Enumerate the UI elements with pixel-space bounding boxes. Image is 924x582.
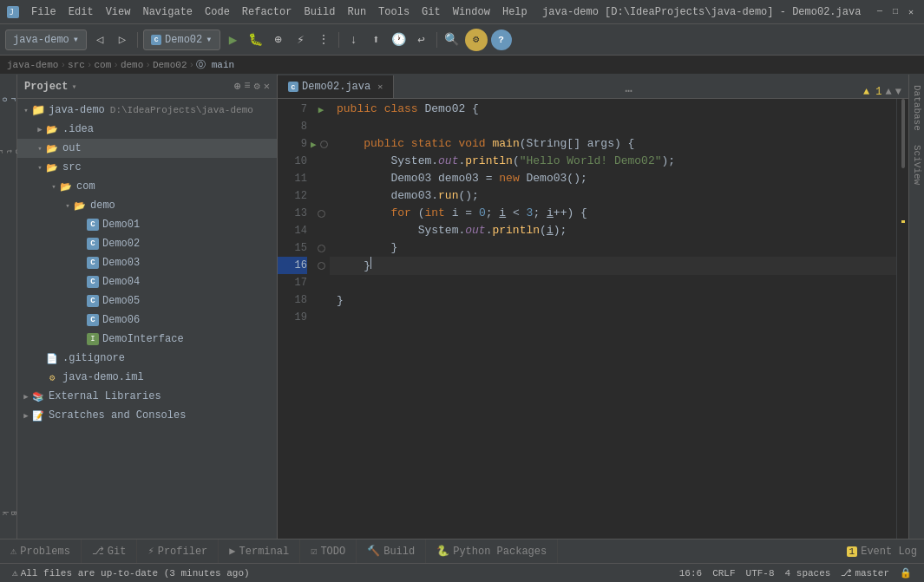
tab-overflow-button[interactable]: ⋯ (618, 83, 639, 98)
search-button[interactable]: 🔍 (442, 30, 462, 49)
editor-scrollbar[interactable] (896, 99, 908, 539)
profile-button[interactable]: ⚡ (292, 30, 311, 49)
menu-refactor[interactable]: Refactor (237, 4, 298, 20)
bottom-tab-terminal[interactable]: ▶ Terminal (219, 539, 300, 564)
panel-dropdown[interactable]: ▾ (71, 82, 76, 92)
status-vcs[interactable]: ⚠ All files are up-to-date (3 minutes ag… (7, 567, 255, 579)
menu-build[interactable]: Build (298, 4, 340, 20)
tree-item-scratches[interactable]: ▶ 📝 Scratches and Consoles (17, 406, 277, 425)
bottom-tab-git[interactable]: ⎇ Git (82, 539, 138, 564)
tree-item-demo05[interactable]: C Demo05 (17, 291, 277, 311)
tree-item-demo[interactable]: ▾ 📂 demo (17, 196, 277, 215)
status-encoding[interactable]: UTF-8 (741, 568, 780, 579)
menu-tools[interactable]: Tools (373, 4, 415, 20)
tree-item-out[interactable]: ▾ 📂 out (17, 139, 277, 158)
menu-run[interactable]: Run (342, 4, 371, 20)
minimize-button[interactable]: ─ (874, 6, 886, 18)
status-indent[interactable]: 4 spaces (780, 568, 836, 579)
event-log-button[interactable]: 1 Event Log (840, 546, 924, 558)
git-history-button[interactable]: 🕐 (390, 30, 409, 49)
tree-item-demo04[interactable]: C Demo04 (17, 272, 277, 291)
maximize-button[interactable]: □ (889, 6, 901, 18)
tree-item-external[interactable]: ▶ 📚 External Libraries (17, 387, 277, 406)
settings-button[interactable]: ⚙ (465, 29, 488, 51)
tree-item-gitignore[interactable]: 📄 .gitignore (17, 349, 277, 368)
panel-collapse-icon[interactable]: ≡ (244, 80, 250, 93)
status-git-branch[interactable]: ⎇ master (836, 567, 895, 579)
breadcrumb-method[interactable]: ⓪ main (196, 58, 234, 71)
breadcrumb-class[interactable]: Demo02 (153, 60, 187, 70)
project-selector[interactable]: java-demo ▾ (5, 29, 87, 50)
tree-item-java-demo[interactable]: ▾ 📁 java-demo D:\IdeaProjects\java-demo (17, 101, 277, 120)
panel-close-icon[interactable]: ✕ (264, 80, 270, 93)
tree-item-demo06[interactable]: C Demo06 (17, 311, 277, 330)
panel-settings-icon[interactable]: ⚙ (254, 80, 260, 93)
menu-file[interactable]: File (26, 4, 62, 20)
help-button[interactable]: ? (491, 29, 512, 50)
tree-item-demo03[interactable]: C Demo03 (17, 253, 277, 272)
run-with-coverage-button[interactable]: ⊕ (269, 30, 288, 49)
code-line-7: public class Demo02 { (330, 101, 896, 118)
expand-warnings-button[interactable]: ▲ (886, 86, 892, 98)
activity-structure[interactable]: Str (1, 130, 16, 173)
menu-navigate[interactable]: Navigate (137, 4, 198, 20)
bottom-tab-problems[interactable]: ⚠ Problems (0, 539, 82, 564)
run-config-selector[interactable]: C Demo02 ▾ (143, 29, 220, 50)
right-sidebar-sciview[interactable]: SciView (910, 138, 924, 192)
tree-item-src[interactable]: ▾ 📂 src (17, 158, 277, 177)
activity-project[interactable]: Proj (1, 78, 16, 121)
more-run-button[interactable]: ⋮ (314, 30, 333, 49)
menu-edit[interactable]: Edit (63, 4, 99, 20)
tree-label-src: src (62, 161, 82, 173)
tree-item-demo02[interactable]: C Demo02 (17, 234, 277, 253)
code-line-19 (330, 310, 896, 327)
status-line-ending[interactable]: CRLF (707, 568, 740, 579)
menu-bar[interactable]: File Edit View Navigate Code Refactor Bu… (26, 4, 533, 20)
bottom-tab-build[interactable]: 🔨 Build (357, 539, 426, 564)
menu-code[interactable]: Code (200, 4, 235, 20)
breadcrumb-com[interactable]: com (94, 60, 111, 70)
folder-icon-idea: 📂 (45, 122, 59, 136)
breadcrumb-demo[interactable]: demo (121, 60, 143, 70)
editor-tab-demo02[interactable]: C Demo02.java ✕ (278, 75, 394, 98)
tab-close-button[interactable]: ✕ (377, 82, 383, 92)
status-right: 16:6 CRLF UTF-8 4 spaces ⎇ master 🔒 (674, 567, 917, 579)
editor[interactable]: 7 8 9 10 11 12 13 14 15 16 17 18 19 ▶ (278, 99, 908, 539)
git-push-button[interactable]: ⬆ (367, 30, 386, 49)
gutter-7: ▶ (312, 101, 330, 118)
breadcrumb-project[interactable]: java-demo (7, 60, 58, 70)
panel-locate-icon[interactable]: ⊕ (234, 80, 240, 93)
tree-label-com: com (76, 180, 95, 193)
nav-forward-button[interactable]: ▷ (113, 30, 132, 49)
todo-icon: ☑ (311, 545, 317, 558)
bottom-tab-todo[interactable]: ☑ TODO (300, 539, 357, 564)
tree-item-com[interactable]: ▾ 📂 com (17, 177, 277, 196)
debug-button[interactable]: 🐛 (246, 30, 265, 49)
right-sidebar-database[interactable]: Database (910, 78, 924, 138)
status-lock[interactable]: 🔒 (895, 567, 917, 579)
status-position[interactable]: 16:6 (674, 568, 707, 579)
tree-item-demointerface[interactable]: I DemoInterface (17, 330, 277, 349)
git-update-button[interactable]: ↓ (344, 30, 364, 49)
scrollbar-thumb[interactable] (901, 99, 905, 168)
collapse-warnings-button[interactable]: ▼ (895, 86, 901, 98)
breadcrumb-src[interactable]: src (68, 60, 85, 70)
tree-item-idea[interactable]: ▶ 📂 .idea (17, 120, 277, 139)
activity-bookmarks[interactable]: Bk (1, 492, 16, 535)
menu-view[interactable]: View (101, 4, 136, 20)
tree-item-demo01[interactable]: C Demo01 (17, 215, 277, 234)
nav-back-button[interactable]: ◁ (90, 30, 109, 49)
close-button[interactable]: ✕ (905, 6, 917, 18)
code-content[interactable]: public class Demo02 { public static void… (330, 99, 896, 539)
window-controls[interactable]: ─ □ ✕ (874, 6, 917, 18)
undo-button[interactable]: ↩ (412, 30, 431, 49)
menu-git[interactable]: Git (416, 4, 446, 20)
bottom-tab-python[interactable]: 🐍 Python Packages (426, 539, 558, 564)
tree-item-iml[interactable]: ⚙ java-demo.iml (17, 368, 277, 387)
bottom-tab-profiler[interactable]: ⚡ Profiler (137, 539, 219, 564)
event-log-badge: 1 (847, 546, 858, 557)
menu-window[interactable]: Window (448, 4, 495, 20)
run-button[interactable]: ▶ (224, 30, 243, 49)
git-icon: ⎇ (92, 545, 104, 558)
menu-help[interactable]: Help (497, 4, 533, 20)
